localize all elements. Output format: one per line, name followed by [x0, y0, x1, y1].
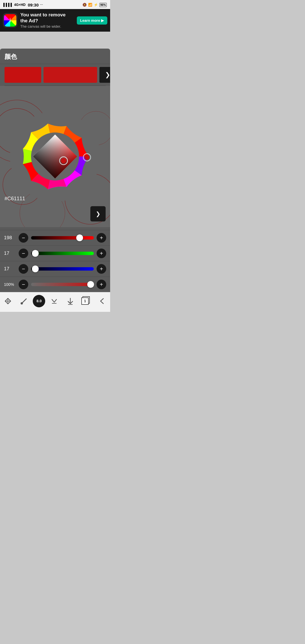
gray-spacer — [0, 32, 110, 49]
ad-banner: i You want to remove the Ad? The canvas … — [0, 9, 110, 32]
ad-subtitle: The canvas will be wider. — [20, 24, 74, 29]
red-increase-button[interactable]: + — [97, 233, 106, 243]
color-wheel-svg[interactable] — [10, 111, 100, 202]
ad-text-block: You want to remove the Ad? The canvas wi… — [20, 12, 74, 29]
svg-point-11 — [61, 158, 66, 163]
next-arrow-icon: ❯ — [105, 71, 110, 79]
alpha-slider-row: 100% − + — [0, 277, 110, 292]
learn-more-button[interactable]: Learn more ▶ — [77, 16, 107, 25]
arrow-down-icon — [66, 297, 75, 306]
signal-icon: ▌▌▌▌ — [3, 3, 13, 7]
alpha-increase-button[interactable]: + — [97, 280, 106, 289]
red-decrease-button[interactable]: − — [19, 233, 28, 243]
ad-app-icon: i — [3, 13, 18, 28]
green-increase-button[interactable]: + — [97, 249, 106, 258]
green-slider[interactable] — [31, 252, 94, 255]
back-arrow-icon — [98, 297, 107, 306]
wheel-next-icon: ❯ — [96, 210, 101, 217]
green-slider-row: 17 − + — [0, 245, 110, 261]
collapse-button[interactable] — [47, 295, 61, 307]
status-left: ▌▌▌▌ 4G+HD 09:30 ⋯ — [3, 3, 43, 7]
blue-slider-row: 17 − + — [0, 261, 110, 277]
red-slider-thumb[interactable] — [76, 234, 83, 241]
move-down-button[interactable] — [63, 295, 77, 307]
layers-button[interactable]: 1 — [79, 295, 93, 307]
status-right: 🔕 📶 ⚡ 96% — [82, 3, 107, 7]
brush-button[interactable] — [17, 295, 31, 307]
time: 09:30 — [28, 3, 38, 7]
green-slider-thumb[interactable] — [32, 250, 39, 257]
charging-icon: ⚡ — [94, 3, 98, 7]
swatches-next-button[interactable]: ❯ — [99, 67, 110, 83]
wifi-icon: 📶 — [88, 3, 92, 7]
green-decrease-button[interactable]: − — [19, 249, 28, 258]
brush-size-button[interactable]: 8.0 — [33, 295, 45, 307]
blue-decrease-button[interactable]: − — [19, 264, 28, 274]
svg-line-23 — [22, 299, 26, 303]
red-value: 198 — [4, 235, 16, 241]
previous-color-swatch[interactable] — [43, 67, 97, 83]
chevron-down-icon — [50, 297, 59, 306]
back-button[interactable] — [95, 295, 109, 307]
transform-button[interactable] — [1, 295, 15, 307]
alpha-value: 100% — [4, 282, 16, 287]
mute-icon: 🔕 — [82, 3, 87, 7]
sliders-section: 198 − + 17 − + 17 − + 100% — [0, 227, 110, 292]
layer-count: 1 — [84, 299, 86, 303]
color-wheel[interactable] — [10, 111, 100, 202]
hex-value: #C61111 — [5, 196, 25, 202]
ad-title: You want to remove the Ad? — [20, 12, 74, 24]
color-panel: 颜色 ❯ — [0, 49, 110, 292]
bottom-toolbar: 8.0 1 — [0, 292, 110, 312]
transform-icon — [3, 297, 12, 306]
green-value: 17 — [4, 251, 16, 256]
svg-point-12 — [84, 155, 90, 160]
alpha-decrease-button[interactable]: − — [19, 280, 28, 289]
panel-header: 颜色 — [0, 49, 110, 64]
ad-icon-inner: i — [4, 14, 16, 27]
brush-size-value: 8.0 — [36, 299, 42, 303]
current-color-swatch[interactable] — [5, 67, 41, 83]
extra-icon: ⋯ — [40, 3, 43, 7]
blue-slider[interactable] — [31, 267, 94, 271]
alpha-slider-thumb[interactable] — [87, 281, 94, 288]
blue-value: 17 — [4, 266, 16, 272]
panel-title: 颜色 — [5, 53, 17, 61]
color-wheel-area: ❯ #C61111 — [0, 86, 110, 227]
brush-icon — [19, 297, 29, 306]
status-bar: ▌▌▌▌ 4G+HD 09:30 ⋯ 🔕 📶 ⚡ 96% — [0, 0, 110, 9]
ad-icon-letter: i — [9, 17, 11, 24]
red-slider-row: 198 − + — [0, 230, 110, 245]
red-slider[interactable] — [31, 236, 94, 240]
alpha-slider[interactable] — [31, 283, 94, 286]
blue-slider-thumb[interactable] — [32, 266, 39, 272]
blue-increase-button[interactable]: + — [97, 264, 106, 274]
wheel-next-button[interactable]: ❯ — [90, 206, 106, 221]
network-type: 4G+HD — [14, 3, 25, 7]
swatches-row: ❯ — [0, 64, 110, 86]
svg-point-24 — [21, 302, 23, 304]
battery: 96% — [99, 3, 107, 7]
